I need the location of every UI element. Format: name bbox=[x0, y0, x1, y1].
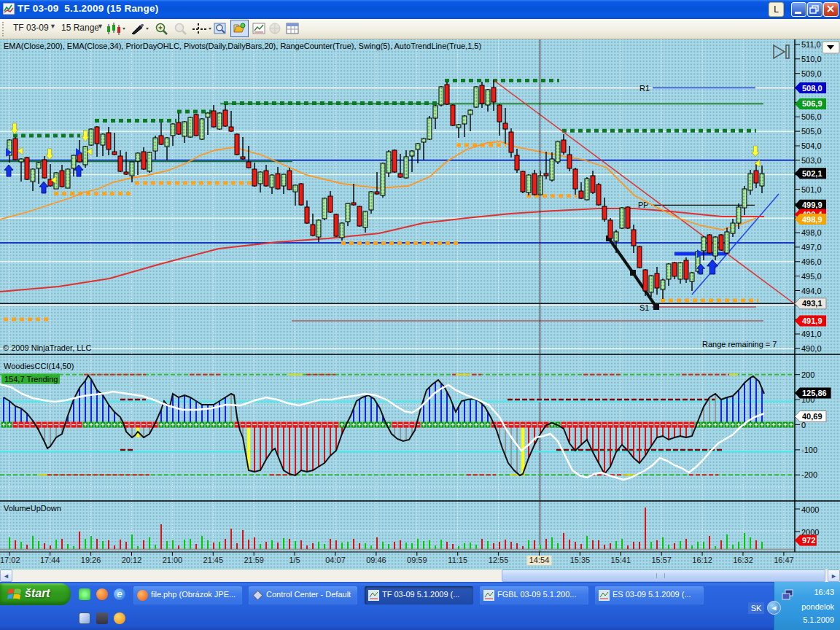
svg-text:493,1: 493,1 bbox=[802, 299, 822, 308]
svg-text:498,9: 498,9 bbox=[802, 215, 822, 224]
svg-text:506,0: 506,0 bbox=[801, 112, 822, 121]
svg-text:510,0: 510,0 bbox=[801, 55, 822, 63]
svg-text:972: 972 bbox=[802, 536, 815, 545]
svg-text:497,0: 497,0 bbox=[801, 243, 822, 252]
svg-text:17:02: 17:02 bbox=[0, 556, 20, 564]
svg-text:508,0: 508,0 bbox=[802, 84, 822, 93]
svg-text:505,0: 505,0 bbox=[801, 127, 822, 136]
svg-text:04:07: 04:07 bbox=[325, 556, 346, 564]
svg-text:© 2009 NinjaTrader, LLC: © 2009 NinjaTrader, LLC bbox=[3, 343, 91, 352]
svg-text:21:00: 21:00 bbox=[163, 556, 183, 564]
svg-text:40,69: 40,69 bbox=[802, 412, 822, 421]
svg-text:Range remaining = 7: Range remaining = 7 bbox=[702, 340, 777, 349]
svg-text:491,0: 491,0 bbox=[801, 330, 822, 338]
svg-text:09:59: 09:59 bbox=[407, 556, 427, 564]
svg-text:R1: R1 bbox=[639, 84, 650, 93]
svg-text:4000: 4000 bbox=[801, 505, 819, 514]
svg-text:16:47: 16:47 bbox=[774, 556, 794, 564]
svg-text:-200: -200 bbox=[801, 470, 817, 479]
svg-text:501,0: 501,0 bbox=[801, 185, 822, 194]
svg-text:499,9: 499,9 bbox=[802, 201, 822, 209]
svg-text:15:57: 15:57 bbox=[651, 556, 672, 564]
svg-text:496,0: 496,0 bbox=[801, 257, 822, 266]
svg-text:09:46: 09:46 bbox=[366, 556, 386, 564]
svg-text:VolumeUpDown: VolumeUpDown bbox=[4, 504, 61, 513]
svg-text:504,0: 504,0 bbox=[801, 141, 822, 150]
svg-text:16:12: 16:12 bbox=[692, 556, 712, 564]
svg-text:15:41: 15:41 bbox=[611, 556, 631, 564]
svg-text:1/5: 1/5 bbox=[289, 556, 300, 564]
svg-text:17:44: 17:44 bbox=[40, 556, 61, 564]
svg-text:WoodiesCCI(14,50): WoodiesCCI(14,50) bbox=[4, 362, 74, 370]
svg-text:21:45: 21:45 bbox=[203, 556, 224, 564]
svg-text:-100: -100 bbox=[801, 446, 817, 454]
svg-text:494,0: 494,0 bbox=[801, 287, 822, 295]
svg-text:200: 200 bbox=[801, 370, 814, 379]
svg-text:506,9: 506,9 bbox=[802, 99, 822, 108]
svg-text:15:35: 15:35 bbox=[570, 556, 591, 564]
svg-text:14:54: 14:54 bbox=[529, 556, 550, 564]
svg-text:11:15: 11:15 bbox=[448, 556, 467, 564]
svg-text:154,7 Trending: 154,7 Trending bbox=[4, 375, 58, 384]
svg-text:12:55: 12:55 bbox=[489, 556, 509, 564]
svg-text:19:26: 19:26 bbox=[81, 556, 101, 564]
svg-text:16:32: 16:32 bbox=[733, 556, 753, 564]
svg-text:S1: S1 bbox=[639, 303, 649, 312]
svg-text:125,86: 125,86 bbox=[802, 389, 827, 397]
svg-text:498,0: 498,0 bbox=[801, 228, 822, 237]
svg-text:502,1: 502,1 bbox=[802, 169, 822, 178]
svg-text:21:59: 21:59 bbox=[244, 556, 264, 564]
svg-text:490,0: 490,0 bbox=[801, 344, 822, 353]
svg-text:495,0: 495,0 bbox=[801, 272, 822, 281]
svg-text:509,0: 509,0 bbox=[801, 69, 822, 78]
svg-text:511,0: 511,0 bbox=[801, 40, 821, 49]
svg-text:503,0: 503,0 bbox=[801, 156, 822, 165]
svg-text:491,9: 491,9 bbox=[802, 316, 822, 325]
svg-text:20:12: 20:12 bbox=[122, 556, 142, 564]
svg-text:EMA(Close,200), EMA(Close,34),: EMA(Close,200), EMA(Close,34), PriorDayO… bbox=[4, 42, 481, 50]
